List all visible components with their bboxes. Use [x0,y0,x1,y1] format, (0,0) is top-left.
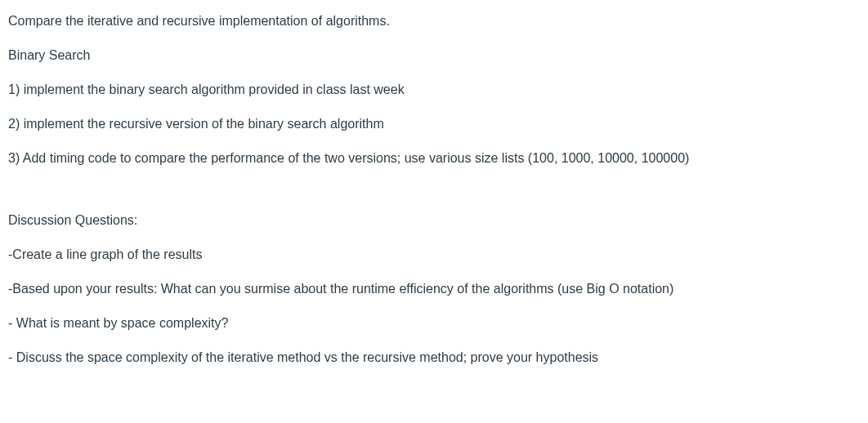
discussion-q3: - What is meant by space complexity? [8,314,860,333]
discussion-q4: - Discuss the space complexity of the it… [8,348,860,367]
task-3: 3) Add timing code to compare the perfor… [8,149,860,168]
discussion-heading: Discussion Questions: [8,211,860,230]
discussion-q2: -Based upon your results: What can you s… [8,279,860,299]
task-1: 1) implement the binary search algorithm… [8,80,860,100]
discussion-q1: -Create a line graph of the results [8,245,860,265]
intro-topic: Binary Search [8,46,860,65]
intro-compare: Compare the iterative and recursive impl… [8,11,860,31]
task-2: 2) implement the recursive version of th… [8,114,860,134]
